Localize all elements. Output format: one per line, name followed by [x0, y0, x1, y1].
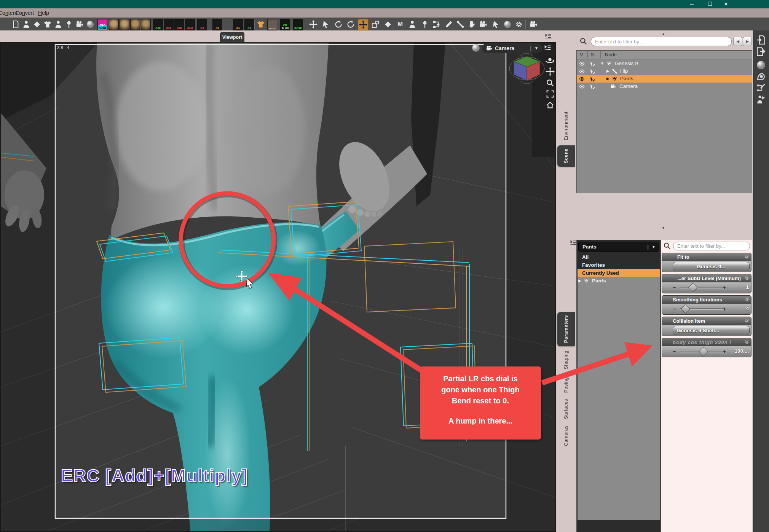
tab-posing[interactable]: Posing [557, 374, 575, 396]
joint-editor-icon-right[interactable] [756, 83, 766, 93]
parameters-search-icon[interactable] [663, 242, 671, 251]
orbit-tool-icon[interactable] [346, 19, 356, 30]
dformer-tool-icon[interactable] [383, 19, 393, 30]
scene-scroll-down-icon[interactable]: ▼ [662, 226, 665, 230]
clothing-icon[interactable] [256, 19, 266, 30]
viewport-pane[interactable] [0, 42, 556, 532]
tab-scene[interactable]: Scene [557, 145, 575, 167]
close-button[interactable]: ✕ [720, 1, 732, 8]
figure-preset-thumbnail-4[interactable]: G8M [185, 19, 195, 30]
scene-scroll-up-icon[interactable]: ▲ [662, 32, 665, 36]
menu-convert[interactable]: Convert [15, 10, 34, 16]
render-settings-icon[interactable] [514, 19, 524, 30]
smoothing-slider[interactable]: − + 4 [662, 304, 751, 314]
orbit-view-icon[interactable] [545, 56, 555, 67]
eye-icon[interactable] [579, 76, 585, 82]
column-selectable[interactable]: S [590, 52, 594, 57]
fit-to-button[interactable]: Genesis 9... [673, 262, 750, 271]
pin-tool-icon[interactable] [420, 19, 430, 30]
aux-sphere-icon[interactable] [471, 43, 480, 54]
pointer-settings-icon[interactable] [491, 19, 501, 30]
load-figure-icon[interactable] [21, 19, 31, 30]
parameters-filter-input[interactable]: Enter text to filter by... [673, 242, 750, 250]
slider-thumb[interactable] [681, 304, 690, 314]
cursor-check-icon[interactable] [590, 76, 595, 82]
filter-favorites[interactable]: Favorites [582, 262, 605, 268]
heels-thumbnail[interactable]: HEELS [267, 19, 277, 30]
figure-preset-thumbnail-3[interactable]: G8F [174, 19, 184, 30]
figure-page-icon[interactable] [53, 19, 63, 30]
morph-tool-icon[interactable]: M [395, 19, 405, 30]
node-selection-tool-icon[interactable] [321, 19, 331, 30]
figure-preset-thumbnail-6[interactable]: G9 [212, 19, 222, 30]
gear-icon[interactable] [744, 254, 750, 261]
camera-selector[interactable]: Camera | ▼ [482, 43, 542, 53]
increment-icon[interactable]: + [723, 284, 726, 291]
figure-preset-thumbnail-7[interactable]: G9 [233, 19, 243, 30]
scene-search-icon[interactable] [579, 37, 587, 47]
pan-hand-icon[interactable] [467, 19, 477, 30]
frame-view-icon[interactable] [546, 90, 554, 100]
zoom-view-icon[interactable] [546, 79, 554, 89]
tab-surfaces[interactable]: Surfaces [557, 397, 575, 421]
slider-thumb[interactable] [688, 283, 697, 292]
rotate-tool-icon[interactable] [333, 19, 343, 30]
parameters-pane-menu-icon[interactable] [570, 239, 577, 247]
viewport-pane-menu-icon[interactable] [544, 32, 552, 40]
figure-setup-icon[interactable] [756, 94, 766, 104]
decrement-icon[interactable]: − [673, 306, 676, 312]
props-icon[interactable] [64, 19, 74, 30]
eye-icon[interactable] [579, 68, 585, 74]
column-node[interactable]: Node [605, 52, 617, 57]
scene-filter-input[interactable]: Enter text to filter by... [591, 37, 732, 46]
tab-cameras[interactable]: Cameras [557, 423, 575, 448]
scale-tool-icon[interactable] [370, 19, 380, 30]
pro-over-thumbnail[interactable]: PRO OVER [97, 19, 107, 30]
universal-tool-icon[interactable] [308, 19, 318, 30]
subd-level-slider[interactable]: − + 1 [662, 282, 751, 293]
lights-icon[interactable] [85, 19, 95, 30]
filter-all[interactable]: All [582, 254, 589, 260]
surface-settings-icon[interactable] [503, 19, 512, 30]
scene-filter-prev-button[interactable]: ◀ [733, 37, 742, 46]
column-visible[interactable]: V [580, 52, 583, 57]
scene-row-genesis9[interactable]: ▼ Genesis 9 [577, 60, 752, 67]
camera-icon[interactable] [528, 19, 538, 30]
menu-help[interactable]: Help [38, 10, 49, 16]
maximize-button[interactable]: ❐ [704, 1, 716, 8]
cbs-dial-slider[interactable]: − + 100.... [662, 346, 751, 357]
gear-icon[interactable] [744, 339, 750, 346]
figure-torso[interactable] [96, 43, 329, 241]
increment-icon[interactable]: + [723, 306, 726, 312]
viewport-tab[interactable]: Viewport [220, 32, 244, 42]
posing-arm-icon[interactable] [756, 72, 766, 81]
pose-thumbnail[interactable]: POSE [293, 19, 303, 30]
gear-icon[interactable] [744, 318, 750, 325]
skeleton-thumbnail-4[interactable] [141, 19, 151, 30]
viewport-3d-scene[interactable] [1, 43, 555, 531]
titlebar[interactable]: ─ ❐ ✕ [0, 0, 769, 8]
figure-preset-thumbnail-1[interactable]: G3F [153, 19, 163, 30]
home-view-icon[interactable] [546, 101, 554, 111]
cursor-check-icon[interactable] [590, 61, 595, 67]
collision-item-button[interactable]: Genesis 9 Shell... [673, 326, 750, 335]
tab-parameters[interactable]: Parameters [557, 312, 575, 346]
expander-icon[interactable]: ▶ [606, 69, 609, 73]
eye-icon[interactable] [579, 61, 585, 67]
export-file-icon[interactable] [756, 46, 766, 56]
joint-editor-icon[interactable] [455, 19, 465, 30]
camera-selector-dropdown-icon[interactable]: ▼ [534, 46, 538, 50]
decrement-icon[interactable]: − [673, 284, 676, 291]
figure-tool-icon[interactable] [407, 19, 417, 30]
scene-filter-next-button[interactable]: ▶ [743, 37, 752, 46]
filter-currently-used[interactable]: Currently Used [582, 270, 619, 276]
view-orientation-cube[interactable] [507, 53, 547, 84]
surface-sphere-icon[interactable] [756, 60, 766, 70]
gear-icon[interactable] [744, 275, 750, 282]
skeleton-thumbnail-1[interactable] [109, 19, 119, 30]
translate-tool-icon[interactable] [358, 19, 369, 30]
geometry-editor-icon[interactable] [432, 19, 442, 30]
figure-preset-thumbnail-8[interactable]: G9 [244, 19, 254, 30]
cursor-check-icon[interactable] [590, 68, 595, 74]
save-pose-icon[interactable] [32, 19, 42, 30]
